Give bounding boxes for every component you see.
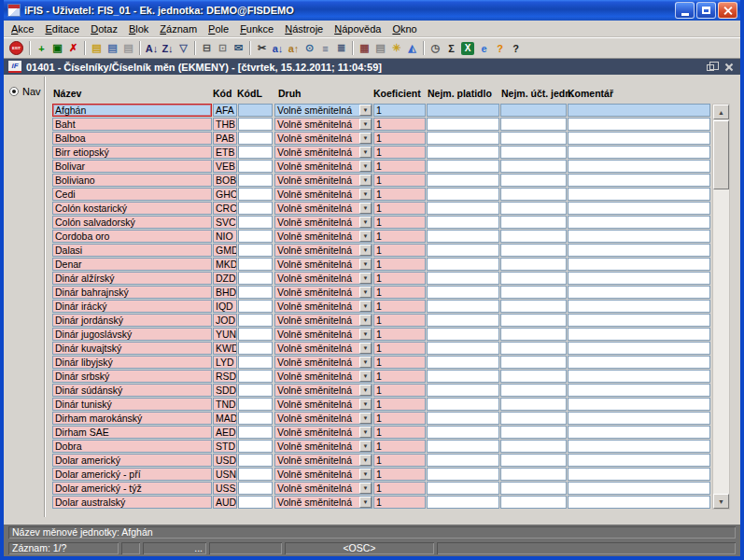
cell-koeficient[interactable]: 1 bbox=[373, 384, 426, 397]
cell-koeficient[interactable]: 1 bbox=[373, 300, 426, 313]
cell-kod[interactable]: USD bbox=[213, 454, 237, 467]
cell-komentar[interactable] bbox=[568, 328, 710, 341]
cell-platidlo[interactable] bbox=[427, 370, 499, 383]
cell-nazev[interactable]: Cedi bbox=[52, 188, 212, 201]
cell-koeficient[interactable]: 1 bbox=[373, 216, 426, 229]
paste-field-icon[interactable]: a↑ bbox=[286, 40, 302, 56]
cell-koeficient[interactable]: 1 bbox=[373, 188, 426, 201]
cell-nazev[interactable]: Dolar australský bbox=[52, 496, 212, 509]
cell-druh[interactable]: Volně směnitelná bbox=[274, 496, 372, 509]
cell-kod[interactable]: PAB bbox=[213, 132, 237, 145]
cell-nazev[interactable]: Dinár alžírský bbox=[52, 272, 212, 285]
cell-kod[interactable]: YUN bbox=[213, 328, 237, 341]
menu-item-pole[interactable]: Pole bbox=[203, 22, 234, 35]
cell-koeficient[interactable]: 1 bbox=[373, 482, 426, 495]
cell-nazev[interactable]: Balboa bbox=[52, 132, 212, 145]
clock-icon[interactable]: ◷ bbox=[428, 40, 443, 56]
cell-platidlo[interactable] bbox=[427, 188, 499, 201]
cell-druh[interactable]: Volně směnitelná bbox=[274, 384, 372, 397]
cell-nazev[interactable]: Denar bbox=[52, 258, 212, 271]
editor-icon[interactable]: ▤ bbox=[372, 40, 388, 56]
cell-komentar[interactable] bbox=[568, 216, 710, 229]
cell-uctjedn[interactable] bbox=[500, 188, 567, 201]
cell-kodl[interactable] bbox=[238, 244, 273, 257]
cell-koeficient[interactable]: 1 bbox=[373, 314, 426, 327]
nav-radio[interactable]: Nav bbox=[9, 86, 41, 97]
cell-druh[interactable]: Volně směnitelná bbox=[274, 244, 372, 257]
menu-item-zaznam[interactable]: Záznam bbox=[154, 22, 203, 35]
cell-kodl[interactable] bbox=[238, 328, 273, 341]
druh-dropdown-arrow-icon[interactable] bbox=[359, 329, 372, 340]
cell-nazev[interactable]: Baht bbox=[52, 118, 212, 131]
cell-platidlo[interactable] bbox=[427, 384, 499, 397]
cell-uctjedn[interactable] bbox=[500, 160, 567, 173]
enter-query-icon[interactable]: ≡ bbox=[317, 40, 333, 56]
cell-kodl[interactable] bbox=[238, 118, 273, 131]
cell-kod[interactable]: USN bbox=[213, 468, 237, 481]
cell-kod[interactable]: MAD bbox=[213, 412, 237, 425]
cell-platidlo[interactable] bbox=[427, 104, 499, 117]
cell-nazev[interactable]: Dolar americký - týž bbox=[52, 482, 212, 495]
sort-desc-icon[interactable]: Z↓ bbox=[160, 40, 175, 56]
cell-kod[interactable]: MKD bbox=[213, 258, 237, 271]
cell-platidlo[interactable] bbox=[427, 496, 499, 509]
cell-koeficient[interactable]: 1 bbox=[373, 202, 426, 215]
vertical-scrollbar[interactable]: ▲ ▼ bbox=[712, 104, 730, 510]
sort-asc-icon[interactable]: A↓ bbox=[144, 40, 160, 56]
cell-druh[interactable]: Volně směnitelná bbox=[274, 118, 372, 131]
cell-kodl[interactable] bbox=[238, 160, 273, 173]
attachments-icon[interactable]: ◭ bbox=[404, 40, 420, 56]
cell-koeficient[interactable]: 1 bbox=[373, 272, 426, 285]
cell-druh[interactable]: Volně směnitelná bbox=[274, 482, 372, 495]
cell-komentar[interactable] bbox=[568, 314, 710, 327]
cell-koeficient[interactable]: 1 bbox=[373, 454, 426, 467]
druh-dropdown-arrow-icon[interactable] bbox=[359, 189, 372, 200]
cell-kod[interactable]: AUD bbox=[213, 496, 237, 509]
rollback-icon[interactable]: ▤ bbox=[120, 40, 136, 56]
cell-kod[interactable]: GHC bbox=[213, 188, 237, 201]
druh-dropdown-arrow-icon[interactable] bbox=[359, 119, 372, 130]
cell-platidlo[interactable] bbox=[427, 342, 499, 355]
cell-nazev[interactable]: Dinár tuniský bbox=[52, 398, 212, 411]
cell-druh[interactable]: Volně směnitelná bbox=[274, 202, 372, 215]
druh-dropdown-arrow-icon[interactable] bbox=[359, 105, 372, 116]
cell-kod[interactable]: BOB bbox=[213, 174, 237, 187]
cell-druh[interactable]: Volně směnitelná bbox=[274, 370, 372, 383]
commit-icon[interactable]: ▤ bbox=[105, 40, 120, 56]
cell-koeficient[interactable]: 1 bbox=[373, 496, 426, 509]
cell-druh[interactable]: Volně směnitelná bbox=[274, 258, 372, 271]
cell-komentar[interactable] bbox=[568, 230, 710, 243]
menu-item-akce[interactable]: Akce bbox=[6, 22, 39, 35]
cell-uctjedn[interactable] bbox=[500, 272, 567, 285]
cell-nazev[interactable]: Dinár jugoslávský bbox=[52, 328, 212, 341]
mail-icon[interactable]: ✉ bbox=[231, 40, 246, 56]
cell-nazev[interactable]: Dinár jordánský bbox=[52, 314, 212, 327]
druh-dropdown-arrow-icon[interactable] bbox=[359, 413, 372, 424]
cell-uctjedn[interactable] bbox=[500, 244, 567, 257]
cell-kod[interactable]: THB bbox=[213, 118, 237, 131]
druh-dropdown-arrow-icon[interactable] bbox=[359, 483, 372, 494]
druh-dropdown-arrow-icon[interactable] bbox=[359, 399, 372, 410]
scroll-thumb[interactable] bbox=[713, 120, 729, 189]
cell-druh[interactable]: Volně směnitelná bbox=[274, 160, 372, 173]
cell-kodl[interactable] bbox=[238, 356, 273, 369]
cell-nazev[interactable]: Birr etiopský bbox=[52, 146, 212, 159]
cell-uctjedn[interactable] bbox=[500, 412, 567, 425]
cell-kodl[interactable] bbox=[238, 202, 273, 215]
cell-platidlo[interactable] bbox=[427, 272, 499, 285]
cell-druh[interactable]: Volně směnitelná bbox=[274, 342, 372, 355]
help-icon[interactable]: ? bbox=[508, 40, 524, 56]
druh-dropdown-arrow-icon[interactable] bbox=[359, 301, 372, 312]
cell-kodl[interactable] bbox=[238, 398, 273, 411]
druh-dropdown-arrow-icon[interactable] bbox=[359, 385, 372, 396]
cell-komentar[interactable] bbox=[568, 244, 710, 257]
cell-kodl[interactable] bbox=[238, 174, 273, 187]
cell-komentar[interactable] bbox=[568, 468, 710, 481]
cell-platidlo[interactable] bbox=[427, 118, 499, 131]
cell-kodl[interactable] bbox=[238, 440, 273, 453]
cell-platidlo[interactable] bbox=[427, 328, 499, 341]
cell-koeficient[interactable]: 1 bbox=[373, 398, 426, 411]
cell-druh[interactable]: Volně směnitelná bbox=[274, 104, 372, 117]
cell-koeficient[interactable]: 1 bbox=[373, 174, 426, 187]
cell-uctjedn[interactable] bbox=[500, 202, 567, 215]
